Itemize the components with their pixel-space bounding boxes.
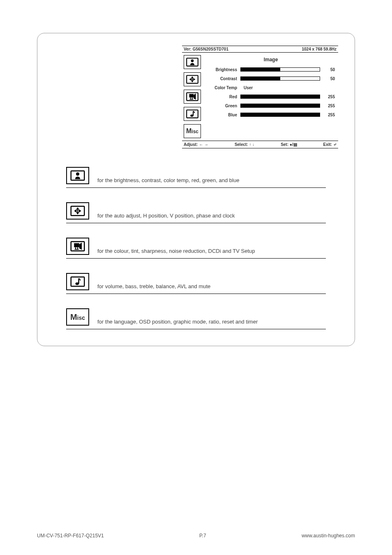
param-blue[interactable]: Blue 255 (207, 110, 335, 119)
label-contrast: Contrast (207, 76, 240, 81)
value-contrast: 50 (323, 76, 335, 81)
param-brightness[interactable]: Brightness 50 (207, 65, 335, 74)
osd-version: Ver: G56SN20SSTD701 (184, 47, 228, 51)
legend: for the brightness, contrast, color temp… (50, 165, 342, 329)
image-icon (66, 167, 89, 184)
legend-row-position: for the auto adjust, H position, V posit… (66, 200, 326, 223)
param-contrast[interactable]: Contrast 50 (207, 74, 335, 83)
position-icon (66, 202, 89, 220)
legend-row-image: for the brightness, contrast, color temp… (66, 165, 326, 188)
value-colortemp: User (240, 86, 253, 90)
osd-tab-list: Misc (182, 53, 205, 141)
osd-panel: Ver: G56SN20SSTD701 1024 x 768 59.8Hz Mi… (182, 46, 338, 148)
legend-row-video: for the colour, tint, sharpness, noise r… (66, 236, 326, 259)
hint-select: Select: ↑ ↓ (235, 142, 254, 147)
tab-misc[interactable]: Misc (184, 124, 201, 138)
legend-text-video: for the colour, tint, sharpness, noise r… (97, 248, 255, 257)
osd-panel-title: Image (207, 57, 335, 62)
page-frame: Ver: G56SN20SSTD701 1024 x 768 59.8Hz Mi… (37, 33, 355, 346)
footer-right: www.austin-hughes.com (302, 533, 355, 539)
footer-left: UM-CV-751-RP-F617-Q215V1 (37, 533, 104, 539)
label-green: Green (207, 104, 240, 108)
label-colortemp: Color Temp (207, 86, 240, 90)
legend-text-position: for the auto adjust, H position, V posit… (97, 213, 235, 221)
tab-position[interactable] (184, 72, 201, 86)
audio-icon (66, 273, 89, 290)
label-red: Red (207, 95, 240, 99)
value-green: 255 (323, 104, 335, 108)
hint-exit: Exit: ⤶ (323, 142, 337, 147)
value-blue: 255 (323, 113, 335, 117)
page-footer: UM-CV-751-RP-F617-Q215V1 P.7 www.austin-… (0, 533, 392, 539)
legend-text-image: for the brightness, contrast, color temp… (97, 177, 239, 186)
hint-adjust: Adjust: ← → (184, 142, 208, 147)
legend-row-audio: for volume, bass, treble, balance, AVL a… (66, 271, 326, 294)
legend-row-misc: Misc for the language, OSD position, gra… (66, 306, 326, 329)
param-colortemp[interactable]: Color Temp User (207, 83, 335, 92)
legend-text-audio: for volume, bass, treble, balance, AVL a… (97, 283, 210, 292)
legend-text-misc: for the language, OSD position, graphic … (97, 319, 258, 327)
value-brightness: 50 (323, 67, 335, 72)
label-blue: Blue (207, 113, 240, 117)
label-brightness: Brightness (207, 67, 240, 72)
hint-set: Set: ●/▤ (281, 142, 297, 147)
tab-video[interactable] (184, 90, 201, 104)
footer-center: P.7 (199, 533, 206, 539)
param-green[interactable]: Green 255 (207, 101, 335, 110)
video-icon (66, 238, 89, 255)
misc-icon: Misc (66, 308, 89, 326)
tab-image[interactable] (184, 55, 201, 69)
param-red[interactable]: Red 255 (207, 92, 335, 101)
value-red: 255 (323, 95, 335, 99)
osd-resolution: 1024 x 768 59.8Hz (302, 47, 337, 51)
tab-audio[interactable] (184, 107, 201, 121)
